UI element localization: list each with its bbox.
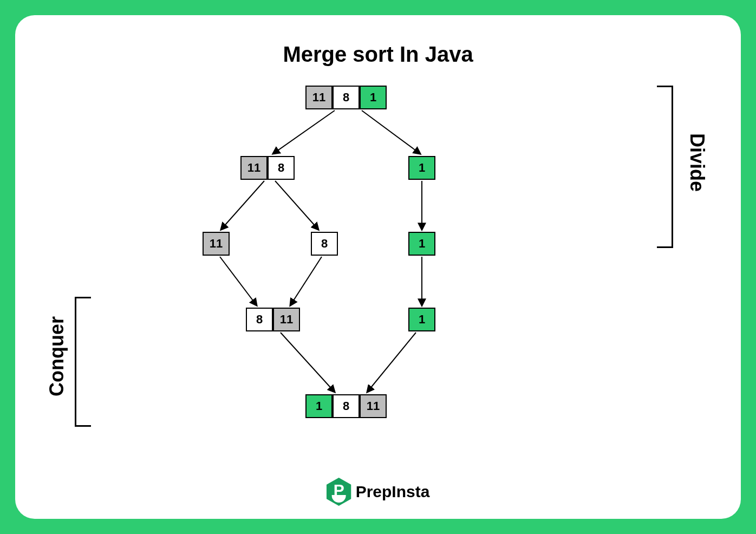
l2-lefta-cell-0: 11 xyxy=(203,232,230,256)
svg-line-5 xyxy=(220,257,257,305)
svg-line-2 xyxy=(221,181,264,230)
l1-left-cell-1: 8 xyxy=(268,156,295,180)
l3-right-cell-0: 1 xyxy=(408,308,435,331)
l3-left-cell-0: 8 xyxy=(246,308,273,331)
svg-line-1 xyxy=(362,110,420,154)
root-cell-1: 8 xyxy=(333,86,360,109)
divide-bracket xyxy=(657,86,673,248)
l1-left-cell-0: 11 xyxy=(240,156,268,180)
logo-text: PrepInsta xyxy=(356,483,430,501)
svg-line-9 xyxy=(367,333,416,392)
result-cell-2: 11 xyxy=(360,394,387,418)
result-cell-0: 1 xyxy=(305,394,333,418)
page-title: Merge sort In Java xyxy=(283,42,473,67)
svg-line-6 xyxy=(290,257,322,305)
logo-bowl-icon xyxy=(332,495,346,503)
l1-right-cell-0: 1 xyxy=(408,156,435,180)
outer-frame: Merge sort In Java 11 8 1 11 8 1 11 8 1 … xyxy=(0,0,756,534)
logo-hex-icon: P xyxy=(327,478,351,506)
conquer-bracket xyxy=(75,297,91,427)
logo: P PrepInsta xyxy=(327,478,430,506)
l3-left-cell-1: 11 xyxy=(273,308,300,331)
svg-line-0 xyxy=(273,110,335,154)
root-cell-2: 1 xyxy=(360,86,387,109)
root-cell-0: 11 xyxy=(305,86,333,109)
result-cell-1: 8 xyxy=(333,394,360,418)
l2-right-cell-0: 1 xyxy=(408,232,435,256)
l2-leftb-cell-0: 8 xyxy=(311,232,338,256)
svg-line-8 xyxy=(281,333,335,392)
card: Merge sort In Java 11 8 1 11 8 1 11 8 1 … xyxy=(15,15,741,519)
conquer-label: Conquer xyxy=(45,316,68,396)
divide-label: Divide xyxy=(686,133,708,192)
svg-line-3 xyxy=(275,181,318,230)
